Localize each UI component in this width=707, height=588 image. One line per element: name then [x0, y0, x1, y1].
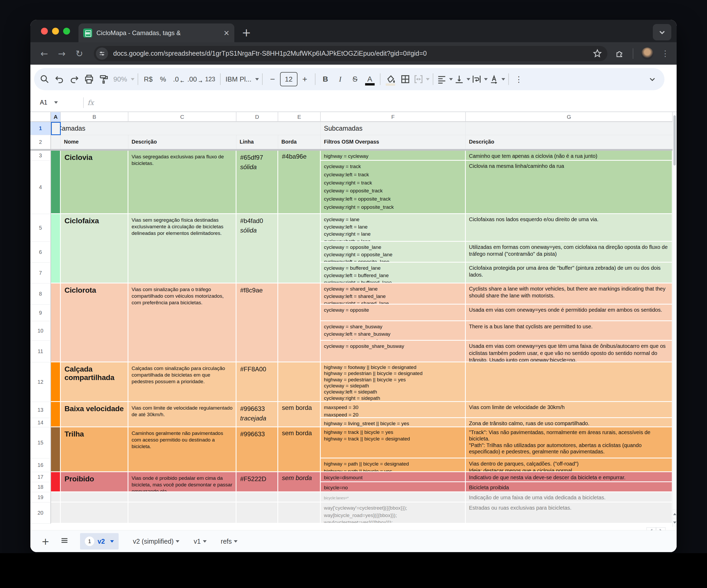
cell-F10[interactable]: cycleway = share_buswaycycleway:left = s…: [321, 321, 466, 341]
cell-F20[interactable]: [278, 503, 321, 524]
collapse-toolbar-chevron-icon[interactable]: [645, 72, 659, 86]
redo-icon[interactable]: [67, 72, 81, 86]
header-nome[interactable]: Nome: [61, 135, 128, 149]
cell-G14[interactable]: Zona de trânsito calmo, ruas de uso comp…: [466, 418, 673, 427]
cell-E20[interactable]: [236, 503, 278, 524]
format-percent-button[interactable]: %: [156, 72, 170, 86]
cell-descricao-ciclorota[interactable]: Vias com sinalização para o tráfego comp…: [128, 284, 236, 362]
cell-F19[interactable]: [278, 492, 321, 503]
cell-B20[interactable]: [51, 503, 61, 524]
bold-button[interactable]: B: [318, 72, 332, 86]
row-header-17[interactable]: 17: [30, 472, 51, 482]
header-filtros[interactable]: Filtros OSM Overpass: [321, 135, 466, 149]
row-header-13[interactable]: 13: [30, 402, 51, 418]
column-header-B[interactable]: B: [61, 112, 128, 122]
cell-G20[interactable]: Estradas ou ruas exclusivas para bicicle…: [466, 503, 673, 524]
vertical-scrollbar-thumb[interactable]: [673, 115, 676, 166]
row-header-4[interactable]: 4: [30, 161, 51, 214]
increase-font-size-button[interactable]: +: [298, 72, 312, 86]
cell-G13[interactable]: Vias com limite de velocidade de 30km/h: [466, 402, 673, 418]
cell-G6[interactable]: Utilizadas em formas com oneway=yes, com…: [466, 242, 673, 263]
cell-nome-trilha[interactable]: Trilha: [61, 427, 128, 472]
cell-linha-ciclorota[interactable]: #f8c9ae: [236, 284, 278, 362]
cell-G8[interactable]: Cyclists share a lane with motor vehicle…: [466, 284, 673, 304]
cell-G11[interactable]: Usada em vias com oneway=yes que tèm uma…: [466, 341, 673, 362]
cell-nome-ciclovia[interactable]: Ciclovia: [61, 151, 128, 214]
active-cell-selection[interactable]: [51, 122, 61, 135]
cell-G18[interactable]: Bicicleta proibida: [466, 482, 673, 492]
cell-G16[interactable]: Vias dentro de parques, calçadões. ("off…: [466, 458, 673, 472]
cell-F20[interactable]: way['cycleway'=cyclestreet]({{bbox}});wa…: [321, 503, 466, 524]
cell-descricao-calc-ada-compartilhada[interactable]: Calçadas com sinalização para circulação…: [128, 362, 236, 402]
cell-linha-baixa-velocidade[interactable]: #996633tracejada: [236, 402, 278, 427]
column-header-E[interactable]: E: [278, 112, 321, 122]
cell-F5[interactable]: cycleway = lanecycleway:left = lanecycle…: [321, 214, 466, 242]
column-header-C[interactable]: C: [128, 112, 236, 122]
row-header-14[interactable]: 14: [30, 418, 51, 427]
row-header-7[interactable]: 7: [30, 263, 51, 284]
cell-F12[interactable]: highway = footway || bicycle = designate…: [321, 362, 466, 402]
cell-linha-proibido[interactable]: #F5222D: [236, 472, 278, 492]
cell-linha-calc-ada-compartilhada[interactable]: #FF8A00: [236, 362, 278, 402]
text-rotation-button[interactable]: [489, 72, 505, 86]
row-header-8[interactable]: 8: [30, 284, 51, 304]
row-header-19[interactable]: 19: [30, 492, 51, 503]
close-window-button[interactable]: [41, 28, 48, 35]
cell-borda-ciclofaixa[interactable]: [278, 214, 321, 284]
cell-D20[interactable]: [128, 503, 236, 524]
row-header-5[interactable]: 5: [30, 214, 51, 242]
all-sheets-icon[interactable]: [61, 536, 68, 547]
cell-F9[interactable]: cycleway = opposite: [321, 304, 466, 321]
text-color-button[interactable]: A: [363, 72, 377, 86]
undo-icon[interactable]: [53, 72, 66, 86]
cell-descricao-ciclovia[interactable]: Vias segregadas exclusivas para fluxo de…: [128, 151, 236, 214]
name-box[interactable]: A1: [30, 99, 79, 106]
row-header-11[interactable]: 11: [30, 341, 51, 362]
cell-borda-trilha[interactable]: sem borda: [278, 427, 321, 472]
sheet-tab[interactable]: v2 (simplified): [133, 538, 179, 545]
paint-format-icon[interactable]: [97, 72, 111, 86]
cell-G15[interactable]: "Track": Vias não pavimentadas, normalme…: [466, 427, 673, 458]
increase-decimal-button[interactable]: .00→: [186, 72, 202, 86]
column-header-G[interactable]: G: [466, 112, 673, 122]
cell-F1[interactable]: Subcamadas: [321, 122, 466, 135]
cell-F4[interactable]: cycleway = trackcycleway:left = trackcyc…: [321, 161, 466, 214]
search-icon[interactable]: [38, 72, 52, 86]
grid-corner[interactable]: [30, 112, 51, 122]
cell-G19[interactable]: Indicação de uma faixa de uma vida dedic…: [466, 492, 673, 503]
reload-icon[interactable]: ↻: [75, 48, 83, 59]
row-header-6[interactable]: 6: [30, 242, 51, 263]
cell-F11[interactable]: cycleway = opposite_share_busway: [321, 341, 466, 362]
row-header-18[interactable]: 18: [30, 482, 51, 492]
profile-avatar[interactable]: [641, 47, 653, 60]
merge-cells-button[interactable]: [413, 72, 430, 86]
cell-borda-ciclovia[interactable]: #4ba96e: [278, 151, 321, 214]
cell-F3[interactable]: highway = cycleway: [321, 151, 466, 161]
more-toolbar-options-icon[interactable]: ⋮: [512, 72, 526, 86]
cell-G5[interactable]: Ciclofaixas nos lados esquerdo e/ou dire…: [466, 214, 673, 242]
font-size-input[interactable]: 12: [280, 72, 298, 86]
cell-linha-ciclofaixa[interactable]: #b4fad0sólida: [236, 214, 278, 284]
tab-search-chevron-icon[interactable]: [653, 24, 671, 40]
borders-button[interactable]: [398, 72, 412, 86]
forward-icon[interactable]: →: [58, 48, 66, 59]
header-descricao[interactable]: Descrição: [128, 135, 236, 149]
decrease-font-size-button[interactable]: −: [266, 72, 279, 86]
cell-C20[interactable]: [61, 503, 128, 524]
cell-G4[interactable]: Ciclovia na mesma linha/caminho da rua: [466, 161, 673, 214]
column-header-D[interactable]: D: [236, 112, 278, 122]
cell-borda-calc-ada-compartilhada[interactable]: [278, 362, 321, 402]
maximize-window-button[interactable]: [63, 28, 70, 35]
cell-F19[interactable]: bicycle:lanes=*: [321, 492, 466, 503]
zoom-select[interactable]: 90%: [112, 72, 134, 86]
cell-G17[interactable]: Indicativo de que nesta via deve-se desc…: [466, 472, 673, 482]
browser-menu-icon[interactable]: ⋮: [661, 49, 669, 58]
cell-nome-calc-ada-compartilhada[interactable]: Calçada compartilhada: [61, 362, 128, 402]
cell-F18[interactable]: bicycle=no: [321, 482, 466, 492]
cell-B19[interactable]: [51, 492, 61, 503]
sheet-tab[interactable]: refs: [221, 538, 238, 545]
header-descricao2[interactable]: Descrição: [466, 135, 673, 149]
cell-G1[interactable]: [466, 122, 673, 135]
row-header-10[interactable]: 10: [30, 321, 51, 341]
text-wrap-button[interactable]: [471, 72, 488, 86]
